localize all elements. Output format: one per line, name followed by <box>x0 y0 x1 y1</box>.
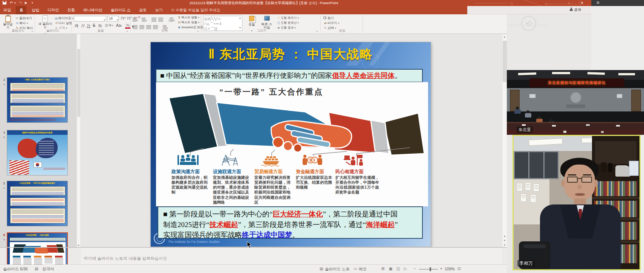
char-spacing-button[interactable]: 간격▾ <box>104 23 115 28</box>
zoom-slider[interactable] <box>419 269 438 270</box>
replace-button[interactable]: ⇄바꾸기 ▾ <box>323 21 339 26</box>
shape-fill-button[interactable]: ◇도형 채우기 ▾ <box>277 16 299 20</box>
close-icon[interactable]: ✕ <box>581 1 584 5</box>
align-left-button[interactable] <box>133 24 138 31</box>
undo-icon[interactable]: ↶ <box>10 1 13 5</box>
slideshow-icon[interactable]: ▶ <box>25 1 27 5</box>
font-size-combo[interactable]: 18▾ <box>107 16 119 21</box>
view-reading-icon[interactable]: ◫ <box>396 265 400 273</box>
previous-slide-icon[interactable]: ▲ <box>502 235 507 237</box>
paste-button[interactable]: 붙여넣기▾ <box>2 15 14 31</box>
proofing-icon[interactable]: ▤ <box>35 265 38 273</box>
shrink-font-button[interactable]: 가▾ <box>126 16 132 21</box>
drawing-launcher-icon[interactable]: ↘ <box>316 30 318 33</box>
language-indicator[interactable]: 한국어 <box>42 265 54 273</box>
scroll-down-icon[interactable]: ▼ <box>502 244 507 246</box>
layout-button[interactable]: ▤레이아웃 ▾ <box>54 16 73 21</box>
participant-label-room: 东北亚 <box>517 127 533 133</box>
tell-me-box[interactable]: 수행할 작업을 알려 주세요 <box>171 6 220 14</box>
slide-conclusion-textbox[interactable]: ■ 第一阶段是以一带一路为中心的“巨大经济一体化”，第二阶段是通过中国制造202… <box>158 206 423 239</box>
redo-icon[interactable]: ↷ <box>19 1 22 5</box>
font-name-combo[interactable]: ▾ <box>74 16 106 21</box>
video-tile-speaker[interactable]: 李相万 <box>512 135 641 270</box>
slide-canvas[interactable]: Ⅱ 东北亚局势 ： 中国大战略 ■ 中国从“经济富裕国家”向“世界秩序行使影响力… <box>151 42 431 247</box>
scrollbar-thumb[interactable] <box>503 41 507 82</box>
strikethrough-button[interactable]: S <box>92 23 96 27</box>
copy-button[interactable]: ⧉복사 ▾ <box>15 21 28 26</box>
numbering-button[interactable]: ▾ <box>142 16 147 23</box>
ribbon-display-icon[interactable]: ▫ <box>568 1 569 5</box>
view-sorter-icon[interactable]: ▦ <box>389 265 392 273</box>
fit-to-window-icon[interactable]: ⊡ <box>457 265 460 273</box>
thumbnail-scrollbar[interactable]: ▼ <box>76 34 80 247</box>
quick-styles-button[interactable]: 빠른 스타일▾ <box>260 16 274 37</box>
shape-effects-button[interactable]: ◉도형 효과 ▾ <box>277 26 296 30</box>
next-slide-icon[interactable]: ▼ <box>502 239 507 242</box>
cut-button[interactable]: ✂잘라내기 <box>15 16 32 21</box>
paragraph-launcher-icon[interactable]: ↘ <box>197 30 199 33</box>
view-normal-icon[interactable]: ⊞ <box>381 265 384 273</box>
new-slide-button[interactable]: 새 슬라이드▾ <box>37 15 54 31</box>
slide-scrollbar[interactable]: ▲ ▲ ▼ ▼ <box>502 35 507 247</box>
tab-review[interactable]: 검토 <box>136 6 150 14</box>
italic-button[interactable]: 가 <box>80 23 85 29</box>
memo-toggle[interactable]: 메모 <box>359 265 367 273</box>
tab-slideshow[interactable]: 슬라이드 쇼 <box>107 6 134 14</box>
align-text-button[interactable]: ⊟텍스트 맞춤 ▾ <box>177 20 199 25</box>
view-slideshow-icon[interactable]: ▷ <box>404 265 407 273</box>
tab-transitions[interactable]: 전환 <box>64 6 78 14</box>
qat-customize-icon[interactable]: ▾ <box>32 1 33 5</box>
notes-placeholder: 여기에 슬라이드 노트의 내용을 입력하십시오 <box>84 256 167 261</box>
change-case-button[interactable]: Aa▾ <box>115 23 123 27</box>
shape-gallery[interactable]: ◱◰╲╲□○ □△⌒⌁⇨⇩ ⬠✧⌒() <box>203 16 242 31</box>
share-button[interactable]: 공유 <box>570 7 581 12</box>
video-tile-classroom[interactable]: 东北亚国别与区域研究高端讲坛 <box>507 70 644 135</box>
zoom-slider-thumb[interactable] <box>430 267 431 271</box>
decrease-indent-button[interactable] <box>151 16 156 23</box>
notes-toggle-icon[interactable]: ▤ <box>320 265 323 273</box>
notes-pane[interactable]: 여기에 슬라이드 노트의 내용을 입력하십시오 <box>81 248 502 264</box>
bold-button[interactable]: 가 <box>74 23 79 29</box>
tab-design[interactable]: 디자인 <box>44 6 62 14</box>
font-color-button[interactable]: 가 <box>125 23 130 29</box>
clipboard-launcher-icon[interactable]: ↘ <box>31 30 33 33</box>
undo-dropdown-icon[interactable]: ▾ <box>14 1 16 5</box>
tab-animations[interactable]: 애니메이션 <box>80 6 106 14</box>
thumbnail-slide-4[interactable]: 朝鲜半岛局势变化和韩国的对外政策 <box>7 130 68 175</box>
zoom-level[interactable]: 109% <box>445 265 455 273</box>
align-right-button[interactable] <box>146 24 151 31</box>
zoom-in-icon[interactable]: + <box>440 265 442 273</box>
notes-toggle[interactable]: 슬라이드 노트 <box>325 265 350 273</box>
save-icon[interactable] <box>3 1 6 5</box>
thumbnail-slide-5[interactable]: Ⅱ 东北亚局势 ： GDP 3比1困境和霸权循环 <box>7 181 68 226</box>
text-shadow-button[interactable]: 가 <box>97 23 102 29</box>
slide-intro-textbox[interactable]: ■ 中国从“经济富裕国家”向“世界秩序行使影响力”的国家倡导人类命运共同体。 <box>156 69 423 82</box>
shape-outline-button[interactable]: ▢도형 윤곽선 ▾ <box>277 21 299 25</box>
bullets-button[interactable]: ▾ <box>133 16 138 23</box>
screen: ↶ ▾ ↷ ▶ ▾ 20221123-朝鲜半岛局势变化和韩国的对外政策【吉林大学… <box>0 0 644 273</box>
increase-indent-button[interactable] <box>158 16 163 23</box>
reset-button[interactable]: ↺다시 설정 <box>54 21 72 26</box>
thumbnail-slide-3[interactable]: Ⅰ 绪言: 从合纵连横到天下两分 <box>7 77 68 123</box>
zoom-out-icon[interactable]: − <box>414 265 416 273</box>
slide-title[interactable]: Ⅱ 东北亚局势 ： 中国大战略 <box>151 46 431 63</box>
tab-file[interactable]: 파일 <box>0 6 14 14</box>
font-launcher-icon[interactable]: ↘ <box>126 30 128 33</box>
align-center-button[interactable] <box>139 24 144 31</box>
text-direction-button[interactable]: ⇅텍스트 방향 ▾ <box>177 15 199 20</box>
gallery-down-icon[interactable]: ▼ <box>238 26 242 29</box>
new-slide-icon <box>43 15 48 22</box>
underline-button[interactable]: 가 <box>86 23 91 29</box>
line-spacing-button[interactable]: ↕▾ <box>168 16 175 23</box>
scroll-down-icon[interactable]: ▼ <box>77 244 80 247</box>
find-button[interactable]: 찾기 <box>323 16 334 20</box>
gallery-up-icon[interactable]: ▲ <box>238 17 242 19</box>
grow-font-button[interactable]: 가▴ <box>120 16 126 21</box>
scroll-up-icon[interactable]: ▲ <box>502 35 507 38</box>
tab-home[interactable]: 홈 <box>16 6 26 14</box>
tab-insert[interactable]: 삽입 <box>28 6 43 14</box>
memo-icon[interactable]: ▭ <box>353 265 357 273</box>
window-grid-icon[interactable]: ⊞ <box>597 1 600 5</box>
tab-view[interactable]: 보기 <box>151 6 166 14</box>
slide-counter[interactable]: 슬라이드 6/36 <box>3 265 28 273</box>
